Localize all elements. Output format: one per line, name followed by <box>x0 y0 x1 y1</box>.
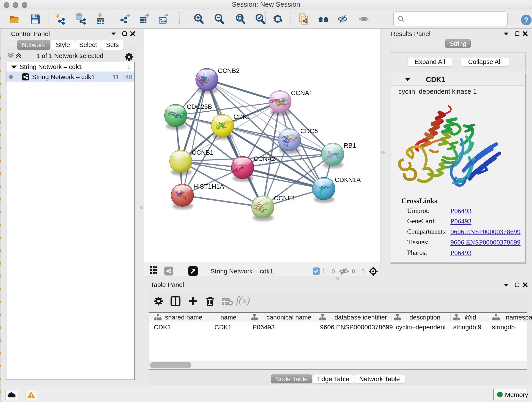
svg-text:CCNB1: CCNB1 <box>192 149 214 156</box>
svg-text:CDK1: CDK1 <box>234 113 251 120</box>
svg-text:CDKN1A: CDKN1A <box>335 176 361 183</box>
svg-text:?: ? <box>524 16 529 24</box>
svg-text:CCNB2: CCNB2 <box>218 67 240 74</box>
svg-text:CCNA1: CCNA1 <box>291 89 313 96</box>
svg-text:CDC25B: CDC25B <box>187 103 212 110</box>
svg-text:CDC6: CDC6 <box>300 128 318 134</box>
svg-text:CCNE1: CCNE1 <box>274 195 296 202</box>
svg-text:HIST1H1A: HIST1H1A <box>193 183 224 190</box>
svg-text:CCNA2: CCNA2 <box>254 155 275 162</box>
svg-text:RB1: RB1 <box>344 142 356 149</box>
